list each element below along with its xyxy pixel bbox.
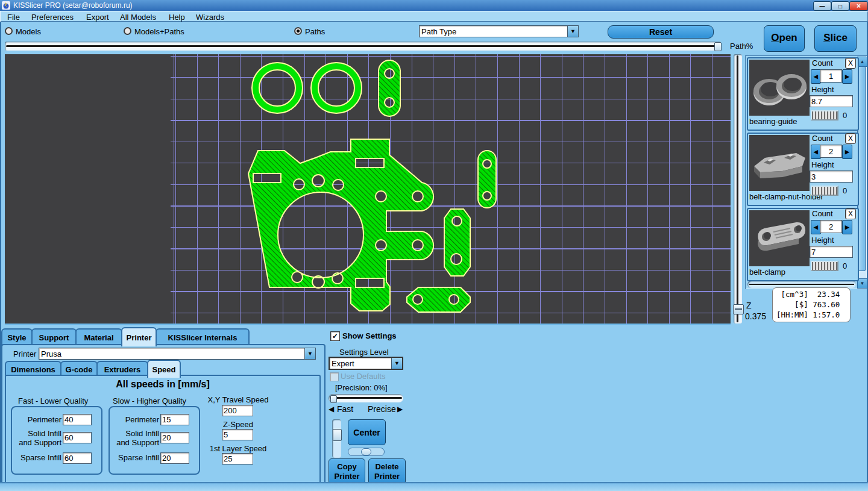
maximize-button[interactable]: □ bbox=[831, 1, 849, 11]
toolpath-ring-1 bbox=[252, 63, 303, 113]
toolpath-ring-2 bbox=[311, 63, 362, 113]
tab-label: Support bbox=[39, 333, 69, 342]
settings-level-label: Settings Level bbox=[339, 348, 389, 357]
belt-clamp-nut-holder-thumbnail bbox=[749, 135, 810, 191]
count-field[interactable]: 1 bbox=[820, 69, 842, 83]
fast-solid-infill-input[interactable] bbox=[63, 432, 92, 443]
close-icon: × bbox=[857, 2, 861, 10]
radio-paths[interactable] bbox=[294, 27, 302, 35]
precise-arrow-icon[interactable]: ▶ bbox=[397, 405, 403, 413]
count-label: Count bbox=[812, 209, 833, 218]
rotation-control[interactable] bbox=[811, 261, 838, 271]
reset-button[interactable]: Reset bbox=[608, 25, 714, 39]
spin-left-icon: ◀ bbox=[814, 73, 818, 80]
slow-solid-infill-input[interactable] bbox=[160, 432, 189, 443]
height-label: Height bbox=[811, 236, 834, 245]
slow-perimeter-input[interactable] bbox=[160, 414, 189, 425]
tab-material[interactable]: Material bbox=[75, 328, 122, 346]
center-button[interactable]: Center bbox=[348, 419, 386, 445]
first-layer-speed-label: 1st Layer Speed bbox=[199, 444, 277, 453]
rotation-control[interactable] bbox=[811, 110, 838, 120]
height-field[interactable]: 3 bbox=[810, 170, 853, 183]
radio-models-paths-label: Models+Paths bbox=[134, 27, 184, 36]
height-field[interactable]: 7 bbox=[810, 246, 853, 258]
slow-group-title: Slow - Higher Quality bbox=[113, 396, 186, 405]
chevron-down-icon: ▼ bbox=[304, 348, 315, 359]
remove-model-button[interactable]: X bbox=[845, 58, 856, 69]
z-slider[interactable] bbox=[734, 54, 742, 324]
remove-model-button[interactable]: X bbox=[845, 208, 856, 219]
tab-label: Dimensions bbox=[11, 365, 55, 374]
menu-export[interactable]: Export bbox=[86, 13, 109, 22]
model-name: bearing-guide bbox=[749, 117, 797, 126]
close-button[interactable]: × bbox=[849, 1, 868, 11]
radio-models-label: Models bbox=[16, 27, 41, 36]
menu-all-models[interactable]: All Models bbox=[120, 13, 156, 22]
app-window: KISSlicer PRO (setar@roboforum.ru) — □ ×… bbox=[0, 0, 868, 491]
delete-printer-button[interactable]: Delete Printer bbox=[368, 458, 406, 484]
count-increment-button[interactable]: ▶ bbox=[842, 69, 852, 84]
count-field[interactable]: 2 bbox=[820, 145, 842, 158]
minimize-button[interactable]: — bbox=[813, 1, 831, 11]
count-increment-button[interactable]: ▶ bbox=[842, 145, 852, 159]
remove-model-button[interactable]: X bbox=[845, 133, 856, 144]
tab-label: Speed bbox=[152, 365, 175, 374]
fast-perimeter-input[interactable] bbox=[63, 414, 92, 425]
menu-wizards[interactable]: Wizards bbox=[196, 13, 224, 22]
check-icon: ✓ bbox=[332, 332, 338, 340]
precision-slider[interactable] bbox=[329, 394, 403, 402]
tab-support[interactable]: Support bbox=[31, 328, 77, 346]
height-value: 7 bbox=[811, 248, 816, 257]
rotation-value: 0 bbox=[843, 261, 847, 271]
count-field[interactable]: 2 bbox=[820, 220, 842, 233]
z-slider-handle[interactable] bbox=[733, 304, 744, 314]
window-title: KISSlicer PRO (setar@roboforum.ru) bbox=[13, 1, 133, 10]
show-settings-checkbox[interactable]: ✓ bbox=[330, 331, 340, 341]
toolpath-bottom-part bbox=[407, 287, 470, 312]
toolpath-viewport[interactable] bbox=[5, 54, 731, 325]
path-type-dropdown[interactable]: Path Type ▼ bbox=[419, 25, 579, 37]
tab-label: KISSlicer Internals bbox=[168, 333, 237, 342]
printer-dropdown[interactable]: Prusa ▼ bbox=[39, 348, 316, 360]
xy-travel-speed-label: X,Y Travel Speed bbox=[199, 395, 277, 404]
slow-sparse-infill-label: Sparse Infill bbox=[112, 454, 159, 463]
tab-speed[interactable]: Speed bbox=[147, 360, 181, 378]
tab-printer[interactable]: Printer bbox=[121, 327, 157, 346]
settings-level-dropdown[interactable]: Expert ▼ bbox=[329, 357, 403, 370]
slice-button[interactable]: Slice bbox=[814, 25, 857, 52]
print-stats-box: [cm^3] 23.34 [$] 763.60 [HH:MM] 1:57.0 bbox=[772, 287, 851, 322]
xy-travel-speed-input[interactable] bbox=[222, 405, 253, 416]
slider-fast-label: Fast bbox=[337, 404, 353, 414]
open-button[interactable]: Open bbox=[764, 25, 805, 52]
nudge-vertical-handle[interactable] bbox=[333, 429, 342, 441]
toolpath-main-plate bbox=[248, 139, 433, 311]
menu-preferences[interactable]: Preferences bbox=[31, 13, 74, 22]
radio-models-paths[interactable] bbox=[124, 27, 131, 35]
menu-file[interactable]: File bbox=[7, 13, 20, 22]
use-defaults-label: Use Defaults bbox=[341, 372, 385, 381]
radio-models[interactable] bbox=[5, 27, 13, 35]
first-layer-speed-input[interactable] bbox=[222, 453, 253, 464]
rotation-value: 0 bbox=[843, 111, 847, 120]
use-defaults-checkbox[interactable] bbox=[330, 372, 339, 381]
height-field[interactable]: 8.7 bbox=[810, 95, 853, 107]
slow-sparse-infill-input[interactable] bbox=[160, 452, 189, 464]
height-label: Height bbox=[811, 160, 834, 169]
nudge-horizontal-handle[interactable] bbox=[361, 448, 371, 455]
tab-kisslicer-internals[interactable]: KISSlicer Internals bbox=[156, 328, 250, 346]
count-increment-button[interactable]: ▶ bbox=[842, 220, 852, 234]
precision-slider-handle[interactable] bbox=[330, 395, 337, 403]
fast-group-title: Fast - Lower Quality bbox=[18, 396, 88, 405]
scroll-down-icon: ▼ bbox=[860, 281, 865, 286]
z-speed-input[interactable] bbox=[222, 429, 253, 440]
tab-style[interactable]: Style bbox=[1, 328, 33, 346]
rotation-control[interactable] bbox=[811, 186, 838, 196]
fast-sparse-infill-input[interactable] bbox=[63, 452, 92, 464]
path-percent-slider[interactable] bbox=[5, 42, 721, 51]
radio-paths-label: Paths bbox=[305, 27, 325, 36]
path-percent-slider-handle[interactable] bbox=[714, 42, 722, 51]
reset-label: Reset bbox=[649, 27, 672, 37]
menu-help[interactable]: Help bbox=[169, 13, 185, 22]
copy-printer-button[interactable]: Copy Printer bbox=[329, 458, 365, 484]
fast-arrow-icon[interactable]: ◀ bbox=[329, 405, 334, 413]
